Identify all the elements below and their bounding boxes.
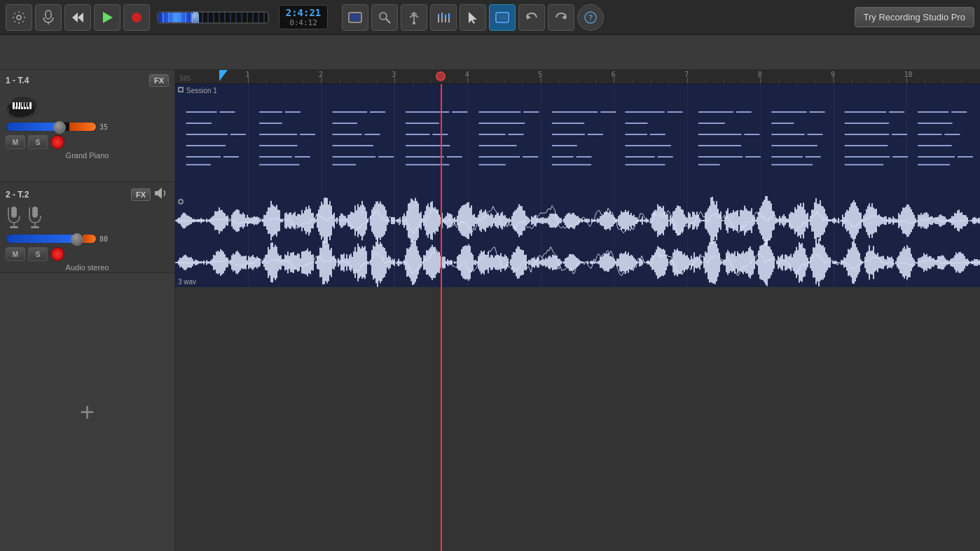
track-2-label: 2 - T.2 xyxy=(6,190,29,200)
svg-point-6 xyxy=(132,13,142,22)
tracks-canvas[interactable]: Session 1 3 wav xyxy=(175,84,980,551)
svg-rect-36 xyxy=(15,102,16,107)
track-2-solo-button[interactable]: S xyxy=(28,247,48,261)
main-toolbar: 2:4:21 0:4:12 ? Try Recording Studio Pro xyxy=(0,0,980,35)
track-1-volume-value: 35 xyxy=(99,123,108,131)
loop-start-marker[interactable] xyxy=(219,70,228,81)
svg-rect-47 xyxy=(13,208,15,209)
time-current: 2:4:21 xyxy=(285,7,322,18)
svg-rect-54 xyxy=(34,208,36,209)
add-track-button[interactable]: + xyxy=(80,400,95,425)
empty-lane xyxy=(175,287,980,551)
timeline-area: 10S Session 1 xyxy=(175,70,980,551)
track-1-label: 1 - T.4 xyxy=(6,76,29,85)
track-1-fx-button[interactable]: FX xyxy=(149,74,169,87)
progress-bar[interactable] xyxy=(157,11,269,24)
track-2-mute-button[interactable]: M xyxy=(6,247,25,261)
track-2-volume-value: 80 xyxy=(99,235,108,243)
svg-point-9 xyxy=(380,13,387,20)
undo-button[interactable] xyxy=(518,4,545,31)
svg-marker-3 xyxy=(72,13,78,22)
settings-button[interactable] xyxy=(6,4,32,31)
ruler-canvas xyxy=(175,70,980,83)
track-2-lane[interactable]: 3 wav xyxy=(175,196,980,287)
track-2-name: Audio stereo xyxy=(6,263,169,272)
speaker-icon xyxy=(153,186,169,203)
magnify-button[interactable] xyxy=(371,4,398,31)
svg-rect-18 xyxy=(445,15,446,18)
track-1-solo-button[interactable]: S xyxy=(28,135,48,149)
track-2-dot xyxy=(178,199,184,204)
track-1-header: 1 - T.4 FX xyxy=(0,70,174,182)
svg-marker-21 xyxy=(469,12,477,24)
ruler-playhead-indicator[interactable] xyxy=(436,71,446,81)
track-1-mute-button[interactable]: M xyxy=(6,135,25,149)
loop-tool-button[interactable] xyxy=(489,4,516,31)
wav-label: 3 wav xyxy=(178,278,196,286)
svg-rect-1 xyxy=(46,11,51,19)
track-1-dot xyxy=(178,87,184,92)
track-2-fx-button[interactable]: FX xyxy=(131,188,151,201)
track-1-record-button[interactable] xyxy=(50,135,64,149)
track-2-volume-slider[interactable] xyxy=(6,234,97,244)
svg-rect-8 xyxy=(350,14,360,21)
secondary-toolbar xyxy=(0,35,980,70)
track-2-controls: M S xyxy=(6,247,169,261)
track-1-lane[interactable]: Session 1 xyxy=(175,84,980,196)
svg-text:?: ? xyxy=(588,13,593,22)
svg-marker-5 xyxy=(103,12,113,23)
microphone-button[interactable] xyxy=(35,4,62,31)
play-button[interactable] xyxy=(94,4,120,31)
svg-rect-52 xyxy=(31,226,39,228)
track-2-record-button[interactable] xyxy=(50,247,64,261)
microphone-icon xyxy=(6,206,22,231)
svg-point-0 xyxy=(17,15,21,20)
audio-canvas xyxy=(175,196,980,287)
svg-rect-39 xyxy=(25,102,26,107)
track-1-controls: M S xyxy=(6,135,169,149)
zoom-view-button[interactable] xyxy=(342,4,368,31)
svg-rect-20 xyxy=(448,13,450,18)
redo-button[interactable] xyxy=(548,4,574,31)
svg-rect-37 xyxy=(18,102,19,107)
svg-rect-40 xyxy=(27,102,29,107)
select-tool-button[interactable] xyxy=(460,4,486,31)
svg-point-12 xyxy=(413,22,415,25)
svg-rect-56 xyxy=(34,214,36,215)
svg-rect-45 xyxy=(10,226,18,228)
svg-rect-14 xyxy=(438,14,439,18)
transport-display: 2:4:21 0:4:12 xyxy=(279,5,328,29)
ruler-scale: 10S xyxy=(179,75,191,82)
time-total: 0:4:12 xyxy=(285,18,322,27)
add-track-area: + xyxy=(0,273,174,551)
ruler[interactable]: 10S xyxy=(175,70,980,84)
track-list: 1 - T.4 FX xyxy=(0,70,175,551)
svg-rect-23 xyxy=(498,15,506,20)
svg-rect-29 xyxy=(13,102,15,109)
track-2-header: 2 - T.2 FX xyxy=(0,182,174,273)
svg-rect-55 xyxy=(34,211,36,212)
record-button[interactable] xyxy=(123,4,150,31)
piano-icon xyxy=(6,90,42,119)
svg-rect-46 xyxy=(8,207,9,217)
mixer-button[interactable] xyxy=(430,4,457,31)
svg-rect-48 xyxy=(13,211,15,212)
help-button[interactable]: ? xyxy=(577,4,604,31)
svg-marker-25 xyxy=(562,15,566,20)
tuner-button[interactable] xyxy=(401,4,427,31)
track-1-volume-slider[interactable] xyxy=(6,122,97,132)
svg-rect-16 xyxy=(441,13,443,18)
track-1-instrument xyxy=(6,90,169,119)
midi-canvas xyxy=(175,84,980,196)
rewind-button[interactable] xyxy=(64,4,91,31)
track-1-name: Grand Piano xyxy=(6,151,169,160)
svg-rect-53 xyxy=(29,207,30,217)
svg-line-10 xyxy=(386,19,390,23)
svg-rect-35 xyxy=(29,102,32,109)
svg-rect-38 xyxy=(22,102,23,107)
main-content: 1 - T.4 FX xyxy=(0,70,980,551)
try-button[interactable]: Try Recording Studio Pro xyxy=(855,7,974,27)
svg-rect-49 xyxy=(13,214,15,215)
svg-marker-24 xyxy=(527,15,531,20)
microphone-icon-2 xyxy=(27,206,43,231)
